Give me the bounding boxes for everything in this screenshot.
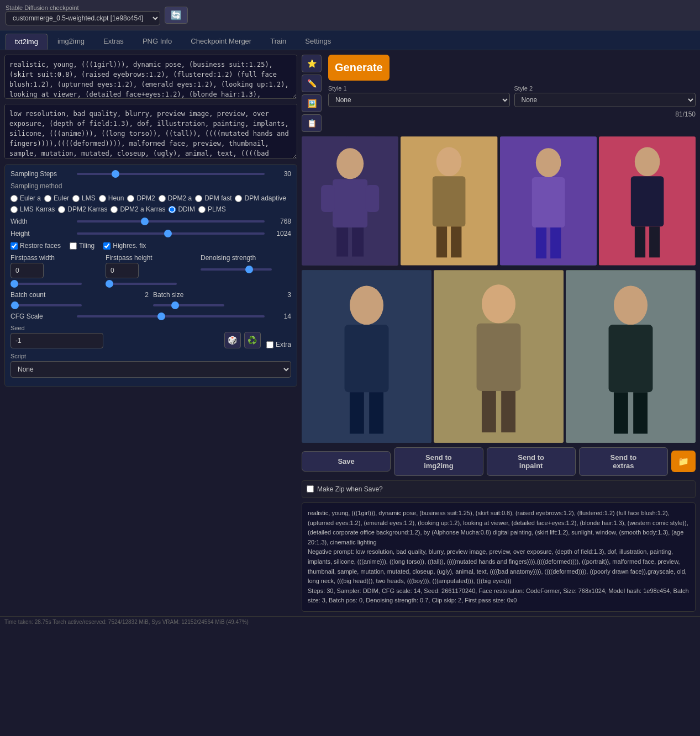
svg-point-1 — [336, 148, 364, 179]
tiling-label: Tiling — [79, 242, 94, 250]
svg-point-18 — [635, 147, 660, 177]
negative-prompt[interactable] — [4, 104, 297, 159]
extra-checkbox[interactable] — [266, 341, 273, 348]
checkpoint-select[interactable]: custommerge_0.5-weighted.ckpt [1e98c454] — [6, 11, 160, 25]
tabs-bar: txt2img img2img Extras PNG Info Checkpoi… — [0, 30, 700, 50]
cfg-slider[interactable] — [77, 315, 265, 317]
highres-fix-label: Highres. fix — [113, 242, 146, 250]
method-lms[interactable]: LMS — [72, 194, 96, 202]
tiling-option[interactable]: Tiling — [70, 242, 94, 250]
left-panel: Sampling Steps 30 Sampling method Euler … — [4, 55, 297, 612]
height-slider[interactable] — [77, 232, 265, 235]
generated-image-2[interactable] — [401, 136, 497, 266]
script-select[interactable]: None — [10, 361, 291, 378]
method-lms-karras[interactable]: LMS Karras — [10, 205, 55, 213]
firstpass-width-slider[interactable] — [10, 283, 82, 285]
image-icon-btn[interactable]: 🖼️ — [302, 94, 322, 112]
style2-label: Style 2 — [514, 85, 696, 92]
sampling-steps-value: 30 — [269, 170, 291, 178]
extra-check[interactable]: Extra — [266, 341, 291, 348]
method-dpm2a-karras[interactable]: DPM2 a Karras — [110, 205, 165, 213]
image-grid-bottom — [302, 270, 696, 443]
svg-rect-31 — [501, 391, 515, 432]
extras-icon-btn[interactable]: ⭐ — [302, 55, 322, 72]
width-value: 768 — [269, 218, 291, 225]
sampling-steps-slider[interactable] — [77, 173, 265, 175]
firstpass-height-item: Firstpass height — [106, 254, 196, 287]
svg-point-8 — [436, 147, 462, 177]
generated-image-3[interactable] — [500, 136, 597, 266]
method-euler-a[interactable]: Euler a — [10, 194, 41, 202]
seed-input[interactable] — [10, 333, 103, 348]
method-heun[interactable]: Heun — [99, 194, 124, 202]
refresh-button[interactable]: 🔄 — [165, 7, 188, 24]
firstpass-height-label: Firstpass height — [106, 254, 196, 262]
method-plms[interactable]: PLMS — [198, 205, 226, 213]
style2-select[interactable]: None — [514, 93, 696, 107]
generated-image-7[interactable] — [566, 270, 696, 443]
side-icons: ⭐ ✏️ 🖼️ 📋 — [302, 55, 324, 132]
tiling-checkbox[interactable] — [70, 242, 77, 250]
generated-image-6[interactable] — [434, 270, 564, 443]
positive-prompt[interactable] — [4, 55, 297, 99]
restore-faces-label: Restore faces — [20, 242, 61, 250]
send-img2img-button[interactable]: Send toimg2img — [394, 447, 483, 476]
method-dpm2-karras[interactable]: DPM2 Karras — [58, 205, 107, 213]
style1-select[interactable]: None — [328, 93, 510, 107]
denoising-slider[interactable] — [201, 268, 272, 271]
highres-fix-checkbox[interactable] — [103, 242, 110, 250]
restore-faces-option[interactable]: Restore faces — [10, 242, 61, 250]
batch-size-item: Batch size 3 — [153, 291, 291, 308]
firstpass-height-slider[interactable] — [106, 283, 177, 285]
svg-rect-15 — [535, 227, 546, 258]
svg-rect-34 — [609, 325, 653, 392]
seed-recycle-button[interactable]: ♻️ — [244, 332, 261, 348]
tab-train[interactable]: Train — [261, 34, 295, 50]
highres-fix-option[interactable]: Highres. fix — [103, 242, 146, 250]
cfg-row: CFG Scale 14 — [10, 313, 291, 320]
paint-icon-btn[interactable]: ✏️ — [302, 75, 322, 92]
make-zip-label: Make Zip when Save? — [317, 485, 383, 493]
method-dpm2a[interactable]: DPM2 a — [159, 194, 192, 202]
batch-count-label: Batch count 2 — [10, 291, 149, 299]
svg-point-33 — [614, 285, 648, 325]
save-button[interactable]: Save — [302, 451, 391, 472]
info-negative: low resolution, bad quality, blurry, pre… — [308, 548, 687, 584]
folder-button[interactable]: 📁 — [671, 451, 696, 472]
method-dpm2[interactable]: DPM2 — [127, 194, 155, 202]
width-slider[interactable] — [77, 220, 265, 223]
generated-image-1[interactable] — [302, 136, 398, 266]
tab-checkpoint-merger[interactable]: Checkpoint Merger — [182, 34, 260, 50]
height-value: 1024 — [269, 230, 291, 237]
generate-button[interactable]: Generate — [328, 55, 390, 81]
height-row: Height 1024 — [10, 230, 291, 237]
method-dpm-adaptive[interactable]: DPM adaptive — [235, 194, 286, 202]
make-zip-checkbox[interactable] — [307, 485, 314, 493]
style1-wrap: Style 1 None — [328, 85, 510, 107]
tab-extras[interactable]: Extras — [94, 34, 133, 50]
copy-icon-btn[interactable]: 📋 — [302, 114, 322, 132]
batch-size-slider[interactable] — [153, 304, 224, 306]
restore-faces-checkbox[interactable] — [10, 242, 18, 250]
method-euler[interactable]: Euler — [44, 194, 69, 202]
method-ddim[interactable]: DDIM — [169, 205, 195, 213]
firstpass-height-input[interactable] — [106, 263, 139, 278]
seed-random-button[interactable]: 🎲 — [224, 332, 241, 348]
tab-img2img[interactable]: img2img — [49, 34, 93, 50]
width-label: Width — [10, 218, 77, 225]
style2-wrap: Style 2 None — [514, 85, 696, 107]
status-text: Time taken: 28.75s Torch active/reserved… — [4, 619, 249, 625]
send-extras-button[interactable]: Send toextras — [579, 447, 668, 476]
tab-txt2img[interactable]: txt2img — [6, 34, 48, 50]
tab-settings[interactable]: Settings — [296, 34, 340, 50]
firstpass-width-input[interactable] — [10, 263, 44, 278]
generated-image-4[interactable] — [599, 136, 696, 266]
method-dpm-fast[interactable]: DPM fast — [195, 194, 231, 202]
svg-point-23 — [350, 285, 383, 325]
batch-count-slider[interactable] — [10, 304, 82, 306]
send-inpaint-button[interactable]: Send toinpaint — [487, 447, 576, 476]
top-bar: Stable Diffusion checkpoint custommerge_… — [0, 0, 700, 30]
svg-rect-29 — [477, 323, 521, 390]
generated-image-5[interactable] — [302, 270, 431, 443]
tab-png-info[interactable]: PNG Info — [134, 34, 181, 50]
